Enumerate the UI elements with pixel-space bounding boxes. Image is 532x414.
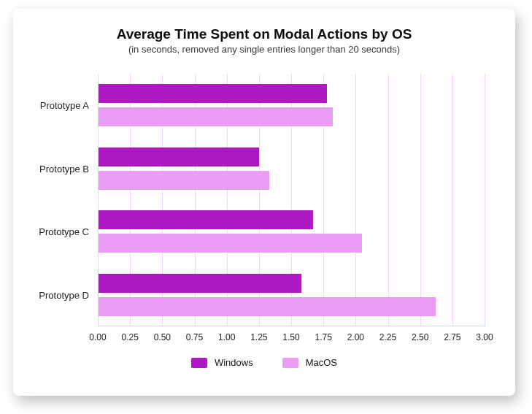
x-tick-label: 0.25 — [121, 332, 138, 342]
x-tick-label: 2.50 — [412, 332, 428, 342]
bar-macos — [98, 107, 333, 126]
x-tick-label: 1.00 — [218, 332, 235, 342]
legend-swatch-macos — [282, 358, 298, 368]
x-tick-label: 1.25 — [250, 332, 267, 342]
legend-item-windows: Windows — [191, 357, 253, 368]
chart-card: Average Time Spent on Modal Actions by O… — [13, 9, 515, 396]
x-tick-label: 2.00 — [347, 332, 364, 342]
grid-line — [452, 74, 453, 326]
legend-swatch-windows — [191, 358, 207, 368]
y-axis-line — [98, 74, 99, 326]
x-tick-label: 3.00 — [476, 332, 493, 342]
bar-windows — [98, 84, 327, 103]
x-tick-label: 2.25 — [379, 332, 396, 342]
bar-windows — [98, 274, 301, 293]
legend: Windows MacOS — [32, 357, 496, 368]
x-tick-label: 0.00 — [89, 332, 106, 342]
category-label: Prototype B — [39, 163, 98, 174]
category-label: Prototype A — [40, 100, 98, 111]
chart-title: Average Time Spent on Modal Actions by O… — [32, 26, 496, 42]
legend-item-macos: MacOS — [282, 357, 337, 368]
x-tick-label: 0.50 — [154, 332, 171, 342]
x-tick-label: 1.75 — [315, 332, 331, 342]
grid-line — [420, 74, 421, 326]
grid-line — [388, 74, 389, 326]
bar-macos — [98, 234, 362, 253]
category-label: Prototype C — [39, 226, 98, 237]
bar-macos — [98, 171, 269, 190]
plot-area: 0.000.250.500.751.001.251.501.752.002.25… — [98, 74, 485, 326]
bar-windows — [98, 147, 259, 166]
chart-subtitle: (in seconds, removed any single entries … — [32, 44, 496, 55]
legend-label-windows: Windows — [215, 357, 253, 368]
x-tick-label: 0.75 — [186, 332, 203, 342]
x-axis-line — [98, 326, 485, 326]
plot-wrap: 0.000.250.500.751.001.251.501.752.002.25… — [32, 74, 496, 326]
x-tick-label: 2.75 — [444, 332, 460, 342]
grid-line — [355, 74, 356, 326]
legend-label-macos: MacOS — [306, 357, 337, 368]
bar-windows — [98, 210, 313, 229]
grid-line — [485, 74, 485, 326]
x-tick-label: 1.50 — [282, 332, 299, 342]
bar-macos — [98, 297, 436, 316]
category-label: Prototype D — [39, 289, 98, 300]
